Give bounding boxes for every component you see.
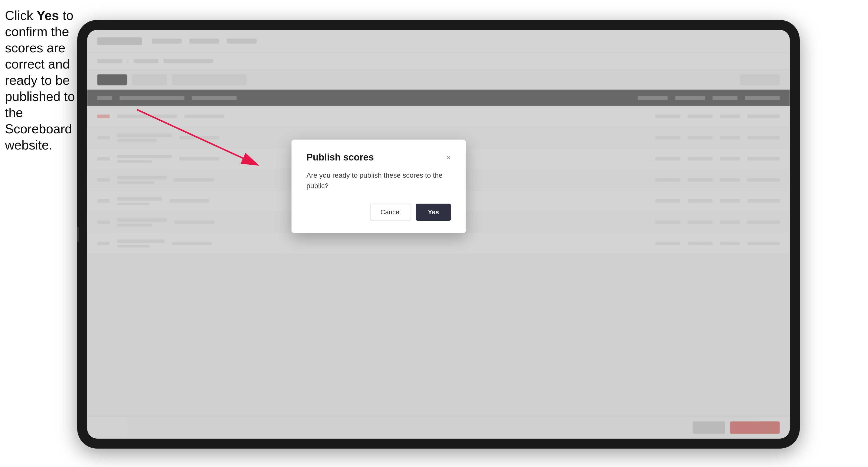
modal-body-text: Are you ready to publish these scores to… bbox=[306, 170, 451, 191]
publish-scores-modal: Publish scores × Are you ready to publis… bbox=[291, 139, 466, 233]
modal-backdrop: Publish scores × Are you ready to publis… bbox=[87, 30, 790, 439]
instruction-text: Click Yes to confirm the scores are corr… bbox=[5, 7, 77, 153]
modal-header: Publish scores × bbox=[306, 152, 451, 163]
tablet-screen: / bbox=[87, 30, 790, 439]
tablet-frame: / bbox=[77, 20, 800, 448]
modal-footer: Cancel Yes bbox=[306, 204, 451, 221]
modal-title: Publish scores bbox=[306, 152, 374, 163]
modal-cancel-button[interactable]: Cancel bbox=[370, 204, 411, 221]
tablet-side-button bbox=[77, 227, 79, 242]
modal-close-button[interactable]: × bbox=[446, 154, 451, 161]
modal-yes-button[interactable]: Yes bbox=[416, 204, 451, 221]
